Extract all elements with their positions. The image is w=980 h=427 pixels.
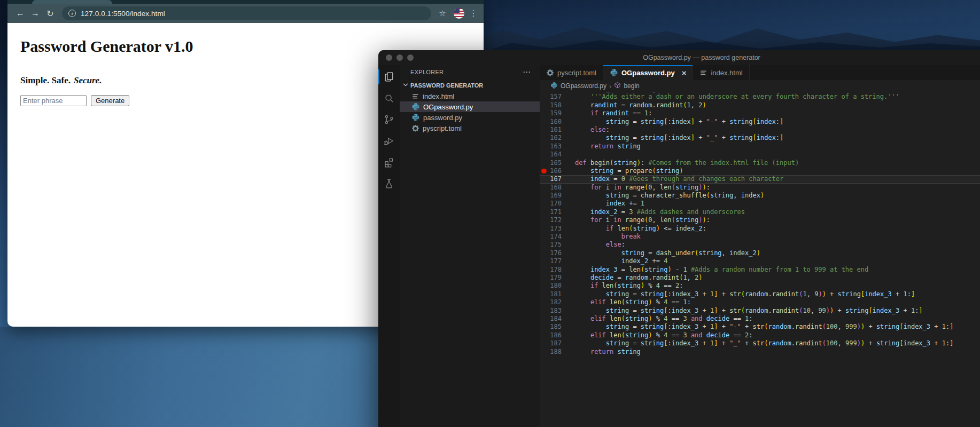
minimize-window-button[interactable] xyxy=(396,54,403,61)
code-text[interactable] xyxy=(562,151,575,159)
code-line[interactable]: 182 elif len(string) % 4 == 1: xyxy=(540,298,980,306)
activity-source-control-icon[interactable] xyxy=(378,109,400,130)
tab-close-icon[interactable]: × xyxy=(682,69,687,77)
browser-menu-icon[interactable]: ⋮ xyxy=(469,9,478,18)
breadcrumb-symbol[interactable]: begin xyxy=(624,82,639,90)
code-line[interactable]: 184 elif len(string) % 4 == 3 and decide… xyxy=(540,315,980,323)
code-line[interactable]: 158 randint = random.randint(1, 2) xyxy=(540,101,980,109)
line-number[interactable]: 174 xyxy=(540,233,562,241)
line-number[interactable]: 177 xyxy=(540,257,562,265)
code-text[interactable]: break xyxy=(562,233,641,241)
close-window-button[interactable] xyxy=(386,54,392,61)
folder-section-header[interactable]: PASSWORD GENERATOR xyxy=(400,80,540,91)
code-line[interactable]: 174 break xyxy=(540,233,980,241)
code-line[interactable]: 165def begin(string): #Comes from the in… xyxy=(540,159,980,167)
code-text[interactable]: elif len(string) % 4 == 3 and decide == … xyxy=(562,331,753,339)
file-item-password.py[interactable]: password.py xyxy=(400,112,540,123)
code-text[interactable]: for i in range(0, len(string)): xyxy=(562,184,710,192)
code-line[interactable]: 176 string = dash_under(string, index_2) xyxy=(540,249,980,257)
code-line[interactable]: 178 index_3 = len(string) - 1 #Adds a ra… xyxy=(540,266,980,274)
line-number[interactable]: 168 xyxy=(540,184,562,192)
url-bar[interactable]: i 127.0.0.1:5500/index.html xyxy=(62,6,431,20)
line-number[interactable]: 161 xyxy=(540,126,562,134)
code-line[interactable]: 160 string = string[:index] + "-" + stri… xyxy=(540,118,980,126)
code-text[interactable]: return string xyxy=(562,348,641,356)
line-number[interactable]: 183 xyxy=(540,307,562,315)
code-text[interactable]: for i in range(0, len(string)): xyxy=(562,216,710,224)
code-text[interactable]: else: xyxy=(562,241,625,249)
line-number[interactable]: 178 xyxy=(540,266,562,274)
vscode-titlebar[interactable]: OGpassword.py — password generator xyxy=(378,50,980,65)
code-text[interactable]: if len(string) <= index_2: xyxy=(562,225,706,233)
code-text[interactable]: randint = random.randint(1, 2) xyxy=(562,101,706,109)
back-button[interactable]: ← xyxy=(13,9,28,18)
code-line[interactable]: 157 '''Adds either a dash or an undersco… xyxy=(540,93,980,101)
code-text[interactable]: string = character_shuffle(string, index… xyxy=(562,192,764,200)
line-number[interactable]: 180 xyxy=(540,282,562,290)
line-number[interactable]: 185 xyxy=(540,323,562,331)
line-number[interactable]: 187 xyxy=(540,339,562,347)
code-text[interactable]: string = string[:index_3 + 1] + "-" + st… xyxy=(562,323,953,331)
zoom-window-button[interactable] xyxy=(407,54,414,61)
code-text[interactable]: string = string[:index] + "-" + string[i… xyxy=(562,118,783,126)
bookmark-star-icon[interactable]: ☆ xyxy=(435,9,449,18)
code-line[interactable]: 170 index += 1 xyxy=(540,200,980,208)
code-line[interactable]: 181 string = string[:index_3 + 1] + str(… xyxy=(540,290,980,298)
explorer-more-icon[interactable]: ⋯ xyxy=(523,67,531,77)
breadcrumb-file[interactable]: OGpassword.py xyxy=(561,82,606,90)
code-text[interactable]: '''Adds either a dash or an underscore a… xyxy=(562,93,899,101)
code-editor[interactable]: 156def dash_under(string, index):157 '''… xyxy=(540,92,980,427)
code-text[interactable]: if randint == 1: xyxy=(562,109,652,117)
code-text[interactable]: string = string[:index_3 + 1] + "_" + st… xyxy=(562,339,953,347)
line-number[interactable]: 169 xyxy=(540,192,562,200)
code-text[interactable]: string = dash_under(string, index_2) xyxy=(562,249,760,257)
code-text[interactable]: index += 1 xyxy=(562,200,644,208)
code-text[interactable]: string = string[:index_3 + 1] + str(rand… xyxy=(562,290,915,298)
code-line[interactable]: 183 string = string[:index_3 + 1] + str(… xyxy=(540,307,980,315)
code-line[interactable]: 162 string = string[:index] + "_" + stri… xyxy=(540,134,980,142)
code-line[interactable]: 172 for i in range(0, len(string)): xyxy=(540,216,980,224)
generate-button[interactable]: Generate xyxy=(91,95,129,106)
code-text[interactable]: if len(string) % 4 == 2: xyxy=(562,282,683,290)
browser-tab-strip[interactable] xyxy=(7,0,484,4)
code-line[interactable]: 173 if len(string) <= index_2: xyxy=(540,225,980,233)
code-text[interactable]: string = prepare(string) xyxy=(562,167,683,175)
browser-active-tab[interactable] xyxy=(32,0,112,4)
line-number[interactable]: 186 xyxy=(540,331,562,339)
line-number[interactable]: 176 xyxy=(540,249,562,257)
code-line[interactable]: 179 decide = random.randint(1, 2) xyxy=(540,274,980,282)
line-number[interactable]: 182 xyxy=(540,298,562,306)
code-line[interactable]: 180 if len(string) % 4 == 2: xyxy=(540,282,980,290)
code-line[interactable]: 186 elif len(string) % 4 == 3 and decide… xyxy=(540,331,980,339)
line-number[interactable]: 162 xyxy=(540,134,562,142)
file-item-pyscript.toml[interactable]: pyscript.toml xyxy=(400,123,540,133)
code-line[interactable]: 169 string = character_shuffle(string, i… xyxy=(540,192,980,200)
code-line[interactable]: 177 index_2 += 4 xyxy=(540,257,980,265)
line-number[interactable]: 157 xyxy=(540,93,562,101)
code-text[interactable]: string = string[:index] + "_" + string[i… xyxy=(562,134,783,142)
tab-OGpassword.py[interactable]: OGpassword.py× xyxy=(603,65,693,80)
site-info-icon[interactable]: i xyxy=(68,10,76,17)
line-number[interactable]: 167 xyxy=(540,175,562,183)
code-line[interactable]: 164 xyxy=(540,151,980,159)
code-text[interactable]: string = string[:index_3 + 1] + str(rand… xyxy=(562,307,923,315)
profile-avatar[interactable] xyxy=(454,8,464,19)
code-text[interactable]: return string xyxy=(562,143,641,151)
line-number[interactable]: 165 xyxy=(540,159,562,167)
activity-explorer-icon[interactable] xyxy=(378,66,400,88)
code-text[interactable]: decide = random.randint(1, 2) xyxy=(562,274,703,282)
code-text[interactable]: index_3 = len(string) - 1 #Adds a random… xyxy=(562,266,868,274)
activity-run-debug-icon[interactable] xyxy=(378,130,400,152)
line-number[interactable]: 166 xyxy=(540,167,562,175)
line-number[interactable]: 184 xyxy=(540,315,562,323)
line-number[interactable]: 163 xyxy=(540,143,562,151)
reload-button[interactable]: ↻ xyxy=(43,9,58,19)
code-line[interactable]: 185 string = string[:index_3 + 1] + "-" … xyxy=(540,323,980,331)
code-text[interactable]: index_2 += 4 xyxy=(562,257,667,265)
code-line[interactable]: 175 else: xyxy=(540,241,980,249)
line-number[interactable]: 172 xyxy=(540,216,562,224)
tab-pyscript.toml[interactable]: pyscript.toml xyxy=(540,65,603,80)
code-line[interactable]: 161 else: xyxy=(540,126,980,134)
line-number[interactable]: 171 xyxy=(540,208,562,216)
code-line[interactable]: 167 index = 0 #Goes through and changes … xyxy=(540,175,980,183)
